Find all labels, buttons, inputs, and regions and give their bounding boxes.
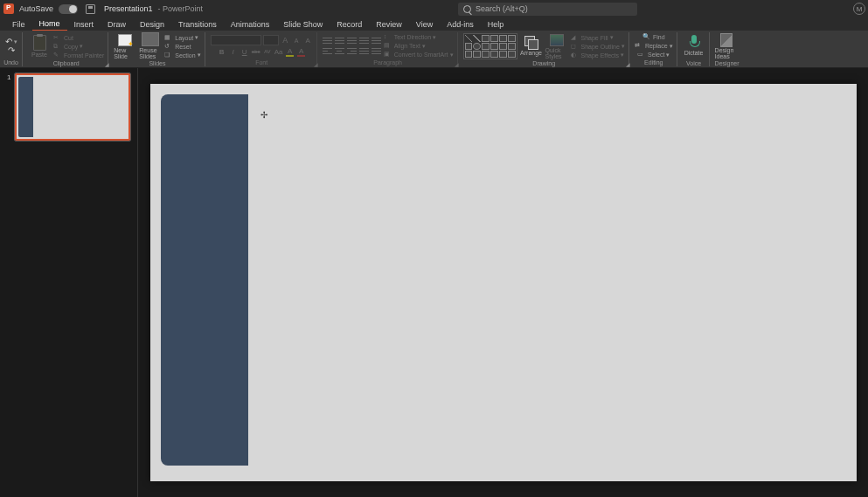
- reuse-slides-button[interactable]: Reuse Slides: [139, 32, 162, 60]
- align-center-button[interactable]: [335, 47, 344, 56]
- undo-button[interactable]: ▾: [5, 38, 17, 46]
- find-button[interactable]: 🔍Find: [642, 33, 665, 42]
- align-left-button[interactable]: [323, 47, 332, 56]
- work-area: 1: [0, 68, 868, 497]
- tab-insert[interactable]: Insert: [67, 18, 101, 31]
- clipboard-dialog-launcher[interactable]: ◢: [105, 61, 110, 66]
- autosave-toggle[interactable]: [59, 4, 78, 14]
- group-label-editing: Editing: [635, 59, 673, 66]
- thumbnail-slide-1[interactable]: [15, 73, 130, 141]
- justify-button[interactable]: [359, 47, 369, 56]
- copy-button[interactable]: ⧉Copy ▾: [53, 42, 104, 51]
- arrange-button[interactable]: Arrange: [520, 32, 543, 60]
- font-color-button[interactable]: A: [296, 47, 306, 57]
- columns-button[interactable]: [372, 47, 381, 56]
- select-button[interactable]: ▭Select ▾: [637, 51, 670, 59]
- strike-button[interactable]: abc: [251, 47, 260, 57]
- tab-design[interactable]: Design: [133, 18, 171, 31]
- font-family-combo[interactable]: [211, 35, 261, 45]
- group-undo: ▾ Undo: [3, 32, 23, 66]
- shape-effects-button[interactable]: ◐Shape Effects ▾: [571, 51, 625, 59]
- align-right-button[interactable]: [347, 47, 357, 56]
- group-voice: Dictate Voice: [683, 32, 710, 66]
- text-direction-icon: ↕: [384, 33, 392, 41]
- shape-outline-icon: ◻: [571, 43, 580, 51]
- blue-rectangle-shape[interactable]: [161, 94, 248, 466]
- design-ideas-button[interactable]: Design Ideas: [715, 32, 738, 60]
- search-box[interactable]: Search (Alt+Q): [458, 3, 637, 16]
- group-label-slides: Slides: [114, 60, 200, 67]
- redo-icon: [8, 45, 15, 55]
- tab-slideshow[interactable]: Slide Show: [276, 18, 330, 31]
- slide-content[interactable]: [161, 94, 844, 466]
- decrease-indent-button[interactable]: [347, 37, 357, 45]
- quick-styles-icon: [550, 34, 564, 46]
- save-icon[interactable]: [86, 4, 95, 14]
- shape-fill-button[interactable]: ◢Shape Fill ▾: [571, 33, 625, 42]
- reset-button[interactable]: ↺Reset: [164, 42, 200, 51]
- group-drawing: Arrange Quick Styles ◢Shape Fill ▾ ◻Shap…: [463, 32, 629, 66]
- tab-review[interactable]: Review: [369, 18, 409, 31]
- underline-button[interactable]: U: [240, 47, 249, 57]
- tab-transitions[interactable]: Transitions: [171, 18, 224, 31]
- text-direction-button[interactable]: ↕Text Direction ▾: [384, 33, 454, 42]
- cut-button[interactable]: ✂Cut: [53, 33, 104, 42]
- app-name: - PowerPoint: [158, 4, 204, 13]
- paste-button[interactable]: Paste: [28, 32, 51, 60]
- tab-addins[interactable]: Add-ins: [440, 18, 481, 31]
- group-designer: Design Ideas Designer: [715, 32, 743, 66]
- shape-outline-button[interactable]: ◻Shape Outline ▾: [571, 42, 625, 51]
- slide-thumbnail-panel[interactable]: 1: [0, 68, 138, 497]
- dictate-button[interactable]: Dictate: [683, 32, 705, 60]
- group-label-drawing: Drawing: [463, 60, 625, 67]
- tab-help[interactable]: Help: [481, 18, 511, 31]
- bold-button[interactable]: B: [217, 47, 226, 57]
- copy-icon: ⧉: [53, 43, 62, 51]
- user-account-icon[interactable]: M: [853, 3, 865, 15]
- find-icon: 🔍: [642, 33, 651, 41]
- bullets-button[interactable]: [323, 37, 332, 45]
- slide-canvas[interactable]: [150, 84, 857, 481]
- highlight-button[interactable]: A: [285, 47, 295, 57]
- font-size-combo[interactable]: [263, 35, 279, 45]
- tab-home[interactable]: Home: [32, 17, 67, 31]
- shrink-font-button[interactable]: A: [292, 36, 302, 45]
- tab-file[interactable]: File: [5, 18, 32, 31]
- shape-effects-icon: ◐: [571, 52, 580, 59]
- arrange-icon: [524, 36, 538, 50]
- section-button[interactable]: ❏Section ▾: [164, 51, 200, 59]
- increase-indent-button[interactable]: [359, 37, 369, 45]
- font-dialog-launcher[interactable]: ◢: [314, 61, 319, 66]
- char-spacing-button[interactable]: AV: [262, 47, 272, 57]
- numbering-button[interactable]: [335, 37, 344, 45]
- tab-view[interactable]: View: [409, 18, 440, 31]
- change-case-button[interactable]: Aa: [274, 47, 283, 57]
- format-painter-icon: ✎: [53, 52, 62, 59]
- line-spacing-button[interactable]: [372, 37, 381, 45]
- shapes-gallery[interactable]: [463, 33, 517, 59]
- group-label-designer: Designer: [715, 60, 740, 67]
- title-bar: AutoSave Presentation1 - PowerPoint Sear…: [0, 0, 868, 17]
- clear-format-button[interactable]: A: [303, 36, 313, 45]
- new-slide-button[interactable]: New Slide: [114, 32, 136, 60]
- redo-button[interactable]: [8, 46, 15, 55]
- group-paragraph: ↕Text Direction ▾ ▤Align Text ▾ ▣Convert…: [323, 32, 458, 66]
- drawing-dialog-launcher[interactable]: ◢: [626, 61, 631, 66]
- tab-record[interactable]: Record: [330, 18, 369, 31]
- thumbnail-item[interactable]: 1: [7, 73, 130, 141]
- align-text-button[interactable]: ▤Align Text ▾: [384, 42, 454, 51]
- grow-font-button[interactable]: A: [281, 36, 290, 45]
- tab-draw[interactable]: Draw: [101, 18, 133, 31]
- group-label-paragraph: Paragraph: [323, 59, 454, 66]
- tab-animations[interactable]: Animations: [224, 18, 277, 31]
- convert-smartart-button[interactable]: ▣Convert to SmartArt ▾: [384, 51, 454, 59]
- layout-icon: ▦: [164, 34, 173, 42]
- slide-canvas-area[interactable]: [138, 68, 868, 497]
- format-painter-button[interactable]: ✎Format Painter: [53, 51, 104, 59]
- paragraph-dialog-launcher[interactable]: ◢: [455, 61, 460, 66]
- quick-styles-button[interactable]: Quick Styles: [545, 32, 568, 60]
- layout-button[interactable]: ▦Layout ▾: [164, 33, 200, 42]
- italic-button[interactable]: I: [228, 47, 238, 57]
- reset-icon: ↺: [164, 43, 173, 51]
- replace-button[interactable]: ⇄Replace ▾: [635, 42, 673, 51]
